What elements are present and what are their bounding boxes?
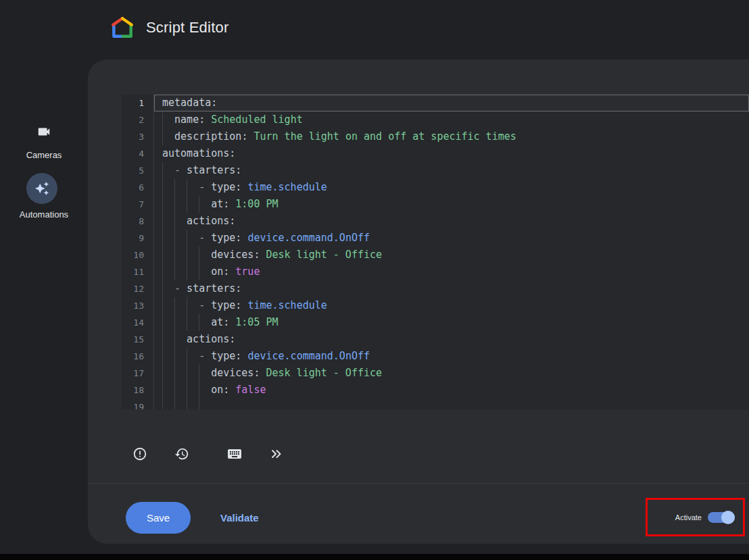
code-line[interactable]: 3description: Turn the light on and off … bbox=[122, 128, 749, 145]
indent-guide bbox=[187, 365, 199, 382]
app-header: Script Editor bbox=[0, 0, 749, 57]
save-button[interactable]: Save bbox=[126, 502, 191, 534]
history-button[interactable] bbox=[172, 444, 192, 464]
code-line[interactable]: 19 bbox=[122, 399, 749, 409]
bottom-black-strip bbox=[0, 554, 749, 560]
sidebar-item-automations[interactable] bbox=[26, 173, 57, 204]
indent-guide bbox=[174, 247, 187, 263]
code-line[interactable]: 18on: false bbox=[122, 382, 749, 399]
indent-guide bbox=[162, 280, 174, 297]
indent-guide bbox=[162, 111, 174, 128]
indent-guide bbox=[174, 314, 187, 331]
line-number: 11 bbox=[122, 263, 154, 280]
editor-toolbar bbox=[130, 439, 287, 469]
indent-guide bbox=[187, 179, 199, 196]
sparkle-icon bbox=[34, 181, 49, 196]
camera-icon bbox=[37, 124, 51, 139]
indent-guide bbox=[199, 247, 211, 263]
code-line[interactable]: 2name: Scheduled light bbox=[122, 111, 749, 128]
indent-guide bbox=[162, 382, 174, 399]
code-line[interactable]: 16- type: device.command.OnOff bbox=[122, 348, 749, 365]
indent-guide bbox=[174, 331, 187, 348]
validate-button[interactable]: Validate bbox=[215, 502, 264, 534]
code-line[interactable]: 12- starters: bbox=[122, 280, 749, 297]
code-line[interactable]: 17devices: Desk light - Office bbox=[122, 365, 749, 382]
background-strip bbox=[0, 544, 749, 554]
indent-guide bbox=[199, 365, 211, 382]
indent-guide bbox=[187, 230, 199, 247]
code-line[interactable]: 13- type: time.schedule bbox=[122, 297, 749, 314]
line-number: 1 bbox=[122, 95, 154, 111]
page: { "header": { "title": "Script Editor" }… bbox=[0, 0, 749, 560]
line-number: 13 bbox=[122, 297, 154, 314]
indent-guide bbox=[199, 263, 211, 280]
double-chevron-icon bbox=[269, 447, 284, 461]
line-number: 17 bbox=[122, 365, 154, 382]
indent-guide bbox=[162, 230, 174, 247]
keyboard-icon bbox=[226, 446, 243, 462]
more-tools-button[interactable] bbox=[266, 444, 287, 464]
indent-guide bbox=[199, 314, 211, 331]
line-number: 5 bbox=[122, 162, 154, 179]
toggle-thumb bbox=[721, 511, 735, 524]
code-line[interactable]: 15actions: bbox=[122, 331, 749, 348]
code-line[interactable]: 6- type: time.schedule bbox=[122, 179, 749, 196]
indent-guide bbox=[162, 179, 174, 196]
activate-label: Activate bbox=[675, 513, 702, 521]
line-number: 19 bbox=[122, 399, 154, 409]
indent-guide bbox=[187, 263, 199, 280]
problems-button[interactable] bbox=[130, 444, 150, 464]
code-line[interactable]: 9- type: device.command.OnOff bbox=[122, 230, 749, 247]
line-number: 18 bbox=[122, 382, 154, 399]
indent-guide bbox=[187, 314, 199, 331]
line-number: 3 bbox=[122, 128, 154, 145]
indent-guide bbox=[162, 348, 174, 365]
code-line[interactable]: 4automations: bbox=[122, 145, 749, 162]
indent-guide bbox=[162, 399, 174, 409]
indent-guide bbox=[174, 179, 187, 196]
sidebar-item-cameras[interactable] bbox=[0, 124, 88, 139]
code-line[interactable]: 11on: true bbox=[122, 263, 749, 280]
line-number: 14 bbox=[122, 314, 154, 331]
code-editor[interactable]: 1metadata:2name: Scheduled light3descrip… bbox=[122, 95, 749, 409]
code-line[interactable]: 8actions: bbox=[122, 213, 749, 230]
indent-guide bbox=[162, 263, 174, 280]
line-number: 8 bbox=[122, 213, 154, 230]
indent-guide bbox=[162, 247, 174, 263]
indent-guide bbox=[187, 382, 199, 399]
code-line[interactable]: 5- starters: bbox=[122, 162, 749, 179]
indent-guide bbox=[174, 297, 187, 314]
indent-guide bbox=[162, 331, 174, 348]
indent-guide bbox=[162, 162, 174, 179]
code-line[interactable]: 7at: 1:00 PM bbox=[122, 196, 749, 213]
line-number: 16 bbox=[122, 348, 154, 365]
indent-guide bbox=[199, 196, 211, 213]
indent-guide bbox=[174, 399, 187, 409]
line-number: 4 bbox=[122, 145, 154, 162]
indent-guide bbox=[162, 128, 174, 145]
code-line[interactable]: 1metadata: bbox=[122, 95, 749, 111]
line-number: 7 bbox=[122, 196, 154, 213]
editor-panel: 1metadata:2name: Scheduled light3descrip… bbox=[88, 59, 749, 544]
line-number: 9 bbox=[122, 230, 154, 247]
indent-guide bbox=[174, 230, 187, 247]
indent-guide bbox=[199, 399, 211, 409]
page-title: Script Editor bbox=[146, 19, 228, 36]
keyboard-button[interactable] bbox=[224, 444, 245, 464]
sidebar-item-automations-label[interactable]: Automations bbox=[0, 209, 88, 220]
indent-guide bbox=[162, 196, 174, 213]
sidebar-item-cameras-label[interactable]: Cameras bbox=[0, 150, 88, 160]
error-outline-icon bbox=[132, 447, 147, 461]
line-number: 10 bbox=[122, 247, 154, 263]
indent-guide bbox=[162, 297, 174, 314]
code-line[interactable]: 14at: 1:05 PM bbox=[122, 314, 749, 331]
line-number: 2 bbox=[122, 111, 154, 128]
indent-guide bbox=[174, 263, 187, 280]
indent-guide bbox=[174, 213, 187, 230]
panel-footer: Save Validate Activate bbox=[88, 483, 749, 544]
activate-toggle[interactable] bbox=[708, 511, 735, 524]
indent-guide bbox=[187, 399, 199, 409]
indent-guide bbox=[199, 382, 211, 399]
indent-guide bbox=[187, 348, 199, 365]
code-line[interactable]: 10devices: Desk light - Office bbox=[122, 247, 749, 263]
